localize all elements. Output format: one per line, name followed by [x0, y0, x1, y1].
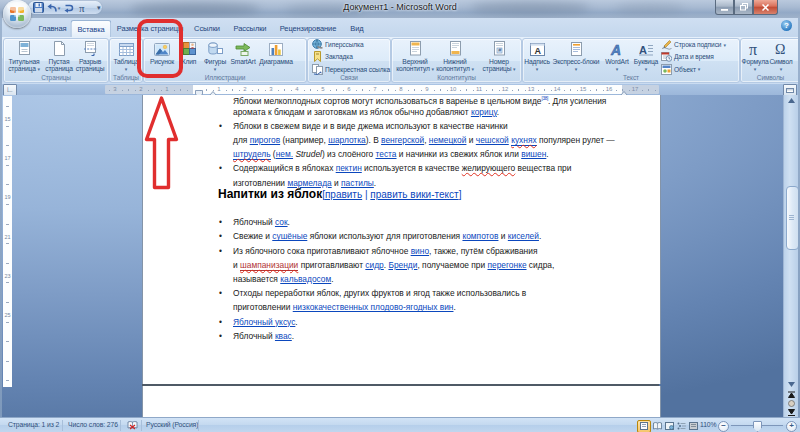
- help-icon[interactable]: ?: [781, 20, 792, 31]
- list-bullet: •: [219, 317, 222, 328]
- ruler-tick: [135, 90, 136, 91]
- tab-3[interactable]: Ссылки: [188, 20, 226, 38]
- proofing-errors-icon[interactable]: [127, 420, 138, 432]
- minimize-button[interactable]: [715, 0, 734, 15]
- ruler-number: 3: [269, 85, 272, 94]
- ribbon-group-3: ГиперссылкаЗакладкаПерекрестная ссылкаСв…: [307, 38, 391, 83]
- button-dropcap[interactable]: AБуквица ▾: [626, 40, 666, 73]
- scroll-down-button[interactable]: [785, 379, 797, 390]
- document-link[interactable]: нем.: [276, 149, 293, 159]
- ruler-number: 5: [321, 85, 324, 94]
- document-link[interactable]: пастилы: [341, 178, 374, 188]
- document-link[interactable]: Бренди: [388, 260, 417, 270]
- document-link[interactable]: квас: [275, 331, 292, 341]
- button-footer[interactable]: Нижнийколонтитул ▾: [435, 40, 475, 73]
- button-hyperlink[interactable]: Гиперссылка: [312, 39, 364, 50]
- zoom-slider-thumb[interactable]: [753, 421, 762, 432]
- document-text: .: [497, 107, 499, 117]
- button-cover-page[interactable]: Титульнаястраница ▾: [4, 40, 44, 73]
- document-link[interactable]: теста: [376, 149, 397, 159]
- zoom-level[interactable]: 110%: [700, 418, 716, 432]
- view-button-print-layout[interactable]: [637, 420, 651, 432]
- document-link[interactable]: Яблочный уксус: [233, 317, 295, 327]
- document-link[interactable]: немецкой: [429, 135, 467, 145]
- document-link[interactable]: сидр: [365, 260, 383, 270]
- document-link[interactable]: править: [325, 189, 362, 200]
- button-datetime[interactable]: Дата и время: [661, 51, 714, 62]
- ribbon-group-4: Верхнийколонтитул ▾Нижнийколонтитул ▾#Но…: [391, 38, 522, 83]
- ruler-tick: [336, 89, 337, 91]
- office-button[interactable]: [3, 0, 31, 28]
- blank-page-icon: [53, 41, 66, 56]
- qat-customize-button[interactable]: ▾: [97, 4, 101, 12]
- next-page-button[interactable]: [785, 408, 797, 417]
- document-link[interactable]: кальвадосом: [280, 274, 331, 284]
- document-link[interactable]: сок: [275, 217, 288, 227]
- ruler-tick: [538, 90, 539, 91]
- word-count[interactable]: Число слов: 276: [68, 418, 118, 432]
- undo-button[interactable]: ▾: [47, 2, 60, 14]
- button-label: Объект: [674, 66, 696, 73]
- group-label: Символы: [741, 74, 800, 81]
- button-header[interactable]: Верхнийколонтитул ▾: [395, 40, 435, 73]
- redo-button[interactable]: [62, 2, 75, 14]
- tab-0[interactable]: Главная: [33, 20, 73, 38]
- button-page-number[interactable]: #Номерстраницы ▾: [479, 40, 519, 73]
- document-link[interactable]: пектин: [336, 163, 362, 173]
- document-link[interactable]: корицу: [471, 107, 497, 117]
- document-link[interactable]: киселей: [508, 231, 539, 241]
- tab-6[interactable]: Вид: [344, 20, 369, 38]
- close-button[interactable]: [753, 0, 778, 15]
- zoom-out-button[interactable]: −: [718, 421, 729, 432]
- document-link[interactable]: пирогов: [250, 135, 281, 145]
- previous-page-button[interactable]: [785, 390, 797, 399]
- ruler-tick: [154, 89, 155, 91]
- page-indicator[interactable]: Страница: 1 из 2: [8, 418, 59, 432]
- document-link[interactable]: венгерской: [381, 135, 424, 145]
- vertical-scrollbar[interactable]: [783, 95, 798, 417]
- equation-button[interactable]: π: [77, 2, 90, 14]
- select-browse-object-button[interactable]: [785, 399, 797, 408]
- ruler-tick: [317, 90, 318, 91]
- document-link[interactable]: кухнях: [511, 135, 536, 146]
- document-link[interactable]: компотов: [462, 231, 498, 241]
- tab-4[interactable]: Рассылки: [228, 20, 273, 38]
- document-link[interactable]: править вики-текст: [370, 189, 458, 200]
- document-link[interactable]: штрудель: [233, 149, 271, 160]
- list-bullet: •: [219, 121, 222, 132]
- button-page-break[interactable]: Разрывстраницы: [70, 40, 110, 73]
- scrollbar-thumb[interactable]: [786, 186, 799, 250]
- ruler-tick: [109, 90, 110, 91]
- button-textbox[interactable]: AНадпись ▾: [517, 40, 557, 73]
- ruler-tick: [122, 90, 123, 91]
- button-label: Строка подписи: [674, 41, 721, 48]
- view-button-draft[interactable]: [686, 420, 700, 432]
- dropdown-arrow-icon: ▾: [723, 42, 725, 48]
- button-omega[interactable]: ΩСимвол ▾: [761, 40, 800, 73]
- button-bookmark[interactable]: Закладка: [312, 51, 353, 62]
- document-link[interactable]: перегонке: [487, 260, 526, 270]
- document-link[interactable]: сушёные: [272, 231, 307, 241]
- horizontal-ruler[interactable]: 3211234567891011121314151617: [105, 85, 659, 94]
- document-link[interactable]: шампанизации: [240, 260, 298, 271]
- button-chart[interactable]: Диаграмма: [256, 40, 296, 73]
- ruler-tick: [564, 90, 565, 91]
- scroll-up-button[interactable]: [785, 95, 797, 106]
- zoom-in-button[interactable]: +: [786, 421, 797, 432]
- dropdown-arrow-icon: ▾: [471, 66, 473, 72]
- document-link[interactable]: шарлотка: [328, 135, 366, 145]
- restore-button[interactable]: [734, 0, 753, 15]
- document-link[interactable]: вино: [411, 246, 429, 256]
- ruler-number: 15: [580, 85, 587, 94]
- save-button[interactable]: [32, 2, 45, 14]
- document-link[interactable]: вишен: [521, 149, 546, 159]
- tab-5[interactable]: Рецензирование: [274, 20, 343, 38]
- save-icon: [33, 0, 44, 17]
- pi-icon: π: [78, 0, 89, 17]
- document-link[interactable]: низкокачественных плодово-ягодных вин: [293, 302, 454, 312]
- document-link[interactable]: чешской: [476, 135, 509, 145]
- button-signature[interactable]: Строка подписи▾: [661, 39, 726, 50]
- orb-gloss-highlight: [7, 2, 27, 11]
- language-indicator[interactable]: Русский (Россия): [146, 418, 198, 432]
- button-quick-parts[interactable]: Экспресс-блоки ▾: [556, 40, 596, 73]
